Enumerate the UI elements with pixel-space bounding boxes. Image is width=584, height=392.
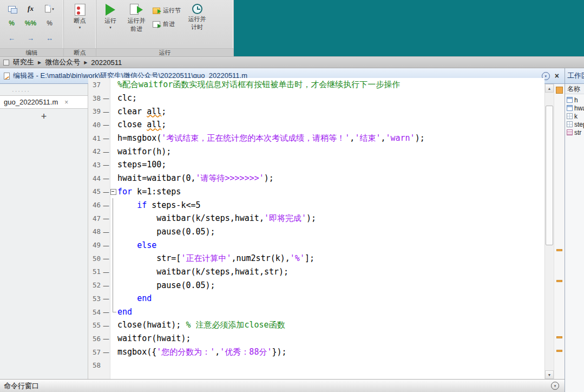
new-document-button[interactable]: + — [41, 112, 47, 121]
toolstrip-empty-area — [234, 0, 584, 56]
breakpoint-margin[interactable]: — — [102, 148, 110, 155]
matlab-toolstrip: fx ▾ % %% % ← → ↔ 断点 ▾ — [0, 0, 584, 56]
code-text[interactable]: clc; — [117, 93, 137, 103]
breadcrumb-item[interactable]: 研究生 — [13, 57, 34, 67]
code-text[interactable]: h=msgbox('考试结束，正在统计您的本次考试成绩，请稍等！','结束','… — [117, 133, 425, 143]
code-text[interactable]: waitfor(hwait); — [117, 334, 191, 343]
new-document-dropdown-button[interactable]: ▾ — [41, 2, 58, 15]
breakpoint-margin[interactable]: — — [102, 255, 110, 262]
run-button[interactable]: 运行 ▾ — [97, 0, 123, 48]
file-tab[interactable]: guo_20220511.m × — [0, 95, 88, 109]
code-text[interactable]: if steps-k<=5 — [117, 200, 201, 210]
workspace-variable[interactable]: h — [565, 96, 584, 104]
editor-close-button[interactable]: × — [553, 72, 561, 80]
scrollbar-thumb[interactable] — [546, 106, 553, 245]
line-number: 43 — [88, 161, 102, 169]
breakpoint-margin[interactable]: — — [102, 188, 110, 195]
line-number: 57 — [88, 348, 102, 356]
code-line: 53— end — [88, 292, 544, 305]
workspace-variable[interactable]: hwait — [565, 104, 584, 112]
scroll-up-button[interactable]: ▲ — [545, 84, 554, 93]
breakpoint-margin[interactable]: — — [102, 95, 110, 101]
advance-button[interactable]: 前进 — [153, 20, 181, 28]
command-window-bar[interactable]: 命令行窗口 ▾ — [0, 379, 565, 392]
code-fold-marker — [110, 212, 117, 225]
workspace-name-header[interactable]: 名称 — [565, 84, 584, 94]
run-and-time-button[interactable]: 运行并 计时 — [184, 0, 210, 48]
line-number: 47 — [88, 214, 102, 223]
breakpoint-margin[interactable]: — — [102, 175, 110, 181]
code-fold-marker — [110, 292, 117, 305]
code-text[interactable]: hwait=waitbar(0,'请等待>>>>>>>'); — [117, 173, 274, 184]
run-section-button[interactable]: 运行节 — [153, 6, 181, 15]
uncomment-button[interactable]: % — [41, 17, 58, 30]
breakpoints-group: 断点 ▾ — [64, 0, 96, 48]
insert-function-button[interactable]: fx — [22, 2, 39, 15]
comment-block-button[interactable]: %% — [22, 17, 39, 30]
workspace-variable[interactable]: str — [565, 128, 584, 136]
code-text[interactable]: %配合waitfor函数实现信息对话框有按钮被单击时，才会继续执行下一步操作 — [117, 80, 400, 90]
code-fold-marker[interactable] — [110, 185, 117, 199]
comment-button[interactable]: % — [3, 17, 20, 30]
breadcrumb-item[interactable]: 20220511 — [91, 58, 122, 67]
code-analyzer-indicator[interactable] — [556, 87, 563, 94]
line-number: 40 — [88, 121, 102, 129]
code-text[interactable]: close(hwait); % 注意必须添加close函数 — [117, 320, 285, 330]
breakpoint-margin[interactable]: — — [102, 121, 110, 128]
scroll-down-button[interactable]: ▼ — [545, 370, 554, 379]
line-number: 49 — [88, 241, 102, 249]
warning-tick[interactable] — [556, 280, 562, 282]
breakpoint-margin[interactable]: — — [102, 295, 110, 302]
code-text[interactable]: else — [117, 240, 156, 250]
breakpoint-margin[interactable]: — — [102, 322, 110, 329]
tab-close-icon[interactable]: × — [64, 99, 68, 106]
workspace-variable[interactable]: steps — [565, 120, 584, 128]
breakpoint-margin[interactable]: — — [102, 135, 110, 141]
code-text[interactable]: waitbar(k/steps,hwait,'即将完成'); — [117, 213, 316, 224]
indent-left-button[interactable]: ← — [3, 31, 20, 44]
breakpoint-margin[interactable]: — — [102, 282, 110, 289]
code-text[interactable]: clear all; — [117, 107, 166, 116]
code-text[interactable]: str=['正在计算中',num2str(k),'%']; — [117, 253, 314, 264]
breakpoints-button[interactable]: 断点 ▾ — [67, 0, 93, 48]
code-text[interactable]: end — [117, 307, 132, 317]
breadcrumb: 研究生▶微信公众号▶20220511 — [0, 56, 584, 68]
breakpoint-margin[interactable]: — — [102, 215, 110, 221]
code-text[interactable]: steps=100; — [117, 160, 166, 169]
code-fold-marker — [110, 225, 117, 239]
breakpoint-margin[interactable]: — — [102, 108, 110, 115]
breadcrumb-items: 研究生▶微信公众号▶20220511 — [13, 57, 122, 67]
indent-right-button[interactable]: → — [22, 31, 39, 44]
run-and-advance-button[interactable]: 运行并 前进 — [123, 0, 149, 48]
breakpoint-margin[interactable]: — — [102, 228, 110, 235]
editor-scrollbar[interactable]: ▲ ▼ — [544, 84, 554, 379]
code-text[interactable]: msgbox({'您的分数为：','优秀：88分'}); — [117, 347, 287, 357]
code-text[interactable]: pause(0.05); — [117, 227, 215, 237]
breakpoint-margin[interactable]: — — [102, 335, 110, 342]
warning-tick[interactable] — [556, 336, 562, 338]
code-text[interactable]: waitbar(k/steps,hwait,str); — [117, 267, 288, 277]
breakpoint-margin[interactable]: — — [102, 269, 110, 275]
code-text[interactable]: for k=1:steps — [117, 187, 181, 197]
code-text[interactable]: waitfor(h); — [117, 147, 171, 156]
compare-button[interactable] — [3, 2, 20, 15]
workspace-variable[interactable]: k — [565, 112, 584, 120]
line-number: 39 — [88, 107, 102, 115]
breakpoint-margin[interactable]: — — [102, 349, 110, 355]
code-fold-marker — [110, 238, 117, 252]
code-text[interactable]: pause(0.05); — [117, 280, 215, 290]
breakpoint-margin[interactable]: — — [102, 242, 110, 249]
code-text[interactable]: end — [117, 293, 152, 303]
breakpoint-margin[interactable]: — — [102, 202, 110, 208]
code-lines[interactable]: 37%配合waitfor函数实现信息对话框有按钮被单击时，才会继续执行下一步操作… — [88, 78, 544, 379]
scrollbar-track[interactable] — [545, 93, 554, 370]
breakpoint-margin[interactable]: — — [102, 161, 110, 168]
warning-tick[interactable] — [556, 350, 562, 352]
code-text[interactable]: close all; — [117, 120, 166, 129]
smart-indent-button[interactable]: ↔ — [41, 31, 58, 44]
warning-tick[interactable] — [556, 249, 562, 251]
breakpoint-margin[interactable]: — — [102, 309, 110, 315]
figure-icon — [567, 105, 573, 111]
command-window-menu-button[interactable]: ▾ — [551, 382, 559, 390]
breadcrumb-item[interactable]: 微信公众号 — [45, 57, 80, 67]
